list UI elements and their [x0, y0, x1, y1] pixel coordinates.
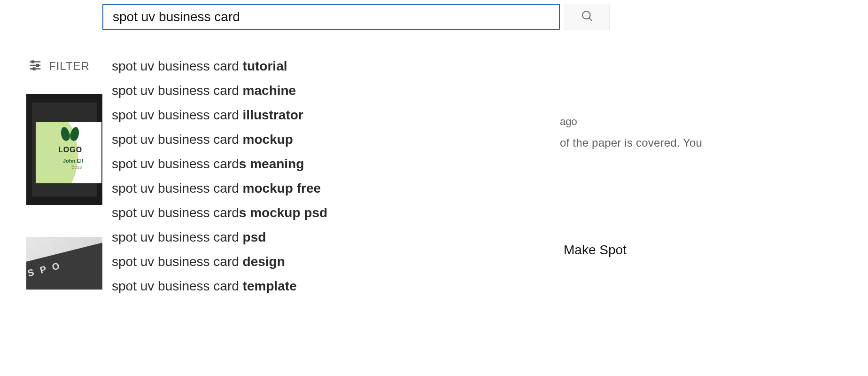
suggestion-item[interactable]: spot uv business cards meaning [102, 152, 560, 176]
suggestion-item[interactable]: spot uv business card illustrator [102, 103, 560, 127]
suggestion-suffix: design [243, 254, 285, 269]
suggestion-prefix: spot uv business card [112, 230, 243, 244]
result-meta-fragment: ago [560, 116, 577, 128]
suggestion-prefix: spot uv business card [112, 181, 243, 196]
suggestion-suffix: mockup [243, 132, 293, 147]
suggestion-item[interactable]: spot uv business card psd [102, 225, 560, 250]
search-suggestions: spot uv business card tutorialspot uv bu… [102, 45, 560, 306]
result-title-fragment: Make Spot [564, 243, 627, 258]
suggestion-suffix: s meaning [239, 157, 304, 171]
thumb1-name: John Elf [63, 158, 83, 164]
thumb2-text: S P O [26, 241, 102, 290]
suggestion-suffix: template [243, 279, 297, 293]
suggestion-suffix: psd [243, 230, 266, 244]
suggestion-prefix: spot uv business card [112, 83, 243, 98]
thumb1-logo-text: LOGO [58, 146, 82, 154]
suggestion-item[interactable]: spot uv business card mockup [102, 127, 560, 152]
search-button[interactable] [565, 4, 610, 30]
suggestion-prefix: spot uv business card [112, 59, 243, 73]
suggestion-item[interactable]: spot uv business card mockup free [102, 176, 560, 201]
filter-button[interactable]: FILTER [28, 58, 90, 74]
suggestion-suffix: machine [243, 83, 296, 98]
search-bar [102, 4, 610, 30]
svg-rect-6 [37, 64, 39, 67]
search-input[interactable] [102, 4, 560, 30]
suggestion-suffix: mockup free [243, 181, 321, 196]
suggestion-prefix: spot uv business card [112, 279, 243, 293]
suggestion-item[interactable]: spot uv business cards mockup psd [102, 201, 560, 225]
result-thumbnail-2[interactable]: S P O [26, 237, 102, 290]
svg-line-1 [589, 18, 592, 21]
svg-point-0 [582, 11, 590, 19]
svg-rect-7 [33, 68, 35, 70]
suggestion-prefix: spot uv business card [112, 157, 239, 171]
suggestion-item[interactable]: spot uv business card design [102, 250, 560, 274]
search-icon [581, 9, 594, 24]
suggestion-item[interactable]: spot uv business card machine [102, 78, 560, 103]
suggestion-prefix: spot uv business card [112, 132, 243, 147]
result-thumbnail-1[interactable]: LOGO John Elf Boss [26, 94, 102, 205]
suggestion-prefix: spot uv business card [112, 205, 239, 220]
suggestion-suffix: illustrator [243, 108, 303, 122]
suggestion-prefix: spot uv business card [112, 108, 243, 122]
result-description-fragment: of the paper is covered. You [560, 136, 702, 149]
suggestion-item[interactable]: spot uv business card tutorial [102, 54, 560, 78]
filter-label: FILTER [49, 60, 90, 73]
suggestion-suffix: tutorial [243, 59, 287, 73]
thumb1-role: Boss [71, 164, 82, 170]
suggestion-suffix: s mockup psd [239, 205, 327, 220]
filter-icon [28, 58, 42, 74]
svg-rect-5 [32, 61, 34, 63]
suggestion-prefix: spot uv business card [112, 254, 243, 269]
suggestion-item[interactable]: spot uv business card template [102, 274, 560, 298]
